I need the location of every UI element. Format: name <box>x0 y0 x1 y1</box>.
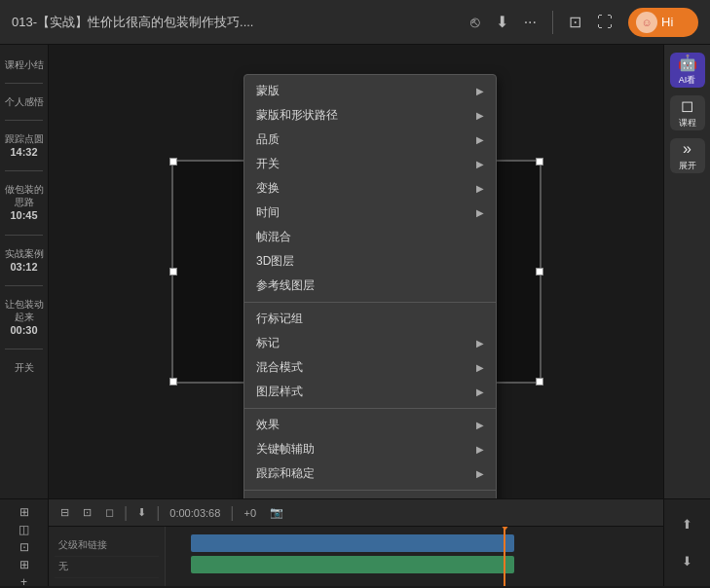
tl-sep3: | <box>230 504 234 522</box>
more-icon[interactable]: ··· <box>524 14 537 31</box>
cm-arrow5: ▶ <box>476 183 484 194</box>
cm-item-ganjianfuzhu[interactable]: 关键帧辅助▶ <box>244 437 496 461</box>
cm-arrow6: ▶ <box>476 207 484 218</box>
cm-item-pinzhi[interactable]: 品质▶ <box>244 128 496 152</box>
cm-label: 蒙版和形状路径 <box>256 107 338 124</box>
cm-label: 行标记组 <box>256 311 303 327</box>
cm-item-hunhemode[interactable]: 混合模式▶ <box>244 355 496 380</box>
tl-playhead[interactable] <box>504 527 505 586</box>
share-icon[interactable]: ⎋ <box>470 14 480 31</box>
tl-track-row: 父级和链接 无 <box>49 527 663 586</box>
tl-label-value: 无 <box>58 560 68 573</box>
cm-item-xiaoying[interactable]: 效果▶ <box>244 413 496 437</box>
user-avatar-btn[interactable]: ☺ Hi <box>628 8 698 37</box>
sidebar-item-shizhan[interactable]: 实战案例 03:12 <box>0 241 48 279</box>
top-bar: 013-【实战】性价比很高的包装制作技巧.... ⎋ ⬇ ··· ⊡ ⛶ ☺ H… <box>0 0 710 45</box>
cm-item-zhenhunhe[interactable]: 帧混合 <box>244 225 496 249</box>
cm-arrow12: ▶ <box>476 468 484 479</box>
tl-timecode[interactable]: 0:00:03:68 <box>166 505 224 521</box>
tl-main: ⊟ ⊡ ◻ | ⬇ | 0:00:03:68 | +0 📷 父级和链接 无 <box>49 499 663 586</box>
sidebar-divider <box>5 83 43 84</box>
tl-icon-3[interactable]: ⊡ <box>19 540 29 554</box>
main-area: 课程小结 个人感悟 跟踪点圆 14:32 做包装的思路 10:45 实战案例 0… <box>0 45 710 498</box>
cm-label: 混合模式 <box>256 359 303 376</box>
cm-label: 标记 <box>256 335 280 351</box>
video-title: 013-【实战】性价比很高的包装制作技巧.... <box>12 14 459 31</box>
cm-item-3d[interactable]: 3D图层 <box>244 249 496 274</box>
cm-section-2: 行标记组 标记▶ 混合模式▶ 图层样式▶ <box>244 303 496 409</box>
handle-mr[interactable] <box>536 268 543 276</box>
course-label: 课程 <box>679 117 696 129</box>
cm-item-hangbiaoji[interactable]: 行标记组 <box>244 307 496 331</box>
tl-left: ⊞ ◫ ⊡ ⊞ + <box>0 499 49 586</box>
audio-clip[interactable] <box>191 556 514 573</box>
cm-item-shijian[interactable]: 时间▶ <box>244 201 496 225</box>
tl-right-btn2[interactable]: ⬇ <box>673 547 702 576</box>
cm-label: 帧混合 <box>256 229 291 245</box>
cm-item-打开[interactable]: 打开▶ <box>244 495 496 498</box>
cm-item-mengbanlujing[interactable]: 蒙版和形状路径▶ <box>244 103 496 128</box>
sidebar-item-rangdong[interactable]: 让包装动起来 00:30 <box>0 292 48 343</box>
tl-btn-zoom[interactable]: +0 <box>240 505 260 521</box>
handle-tl[interactable] <box>169 158 177 165</box>
sidebar-item-baozhuang[interactable]: 做包装的思路 10:45 <box>0 177 48 228</box>
sidebar-label: 实战案例 <box>5 247 44 260</box>
tl-btn-3[interactable]: ◻ <box>101 504 118 521</box>
cm-item-bianhuan[interactable]: 变换▶ <box>244 176 496 201</box>
tl-content <box>166 527 663 586</box>
sidebar-divider4 <box>5 235 43 236</box>
tl-sep2: | <box>156 504 160 522</box>
cm-label: 关键帧辅助 <box>256 441 315 458</box>
tl-btn-2[interactable]: ⊡ <box>79 504 95 521</box>
tl-btn-cam[interactable]: 📷 <box>266 504 287 521</box>
expand-icon: » <box>683 140 691 158</box>
cm-label: 效果 <box>256 417 280 433</box>
expand-label: 展开 <box>679 160 696 172</box>
sidebar-time: 14:32 <box>10 145 37 159</box>
cm-item-genzong[interactable]: 跟踪和稳定▶ <box>244 461 496 486</box>
tl-right-btn1[interactable]: ⬆ <box>673 510 702 539</box>
tl-icon-5[interactable]: + <box>20 575 27 588</box>
tl-btn-expand[interactable]: ⬇ <box>133 504 150 521</box>
sidebar-item-kechengxiaojie[interactable]: 课程小结 <box>0 53 48 77</box>
cm-item-cankao[interactable]: 参考线图层 <box>244 274 496 298</box>
tl-icon-4[interactable]: ⊞ <box>19 558 29 571</box>
expand-btn[interactable]: » 展开 <box>670 138 705 173</box>
cm-item-mengban[interactable]: 蒙版▶ <box>244 79 496 103</box>
cm-arrow4: ▶ <box>476 159 484 169</box>
ai-label: AI看 <box>679 74 696 87</box>
sidebar-divider2 <box>5 120 43 121</box>
handle-ml[interactable] <box>169 268 177 276</box>
handle-bl[interactable] <box>169 378 177 386</box>
cm-item-tuchengyangs[interactable]: 图层样式▶ <box>244 380 496 404</box>
handle-tr[interactable] <box>536 158 543 165</box>
pip-icon[interactable]: ⊡ <box>569 13 581 31</box>
sidebar-label: 个人感悟 <box>5 95 44 108</box>
video-clip[interactable] <box>191 534 514 552</box>
tl-icon-2[interactable]: ◫ <box>19 523 29 536</box>
course-btn[interactable]: ◻ 课程 <box>670 95 705 130</box>
fullscreen-icon[interactable]: ⛶ <box>597 14 613 31</box>
cm-section-4: 打开▶ 摄像机▶ <box>244 491 496 498</box>
handle-br[interactable] <box>536 378 543 386</box>
download-icon[interactable]: ⬇ <box>496 13 508 31</box>
sidebar-time4: 00:30 <box>10 323 37 337</box>
tl-label-row1: 父级和链接 <box>55 535 159 557</box>
top-divider <box>552 11 553 34</box>
sidebar-divider6 <box>5 349 43 349</box>
sidebar-divider3 <box>5 170 43 171</box>
sidebar-label: 让包装动起来 <box>4 298 44 323</box>
cm-label: 参考线图层 <box>256 277 315 294</box>
cm-item-kaiguan[interactable]: 开关▶ <box>244 152 496 176</box>
tl-btn-1[interactable]: ⊟ <box>56 504 73 521</box>
tl-icon-1[interactable]: ⊞ <box>19 505 29 519</box>
ai-btn[interactable]: 🤖 AI看 <box>670 53 705 88</box>
sidebar-label: 跟踪点圆 <box>5 132 44 145</box>
sidebar-item-gerenganwu[interactable]: 个人感悟 <box>0 90 48 114</box>
sidebar-item-gendian[interactable]: 跟踪点圆 14:32 <box>0 127 48 165</box>
sidebar-item-kaiguan[interactable]: 开关 <box>0 355 48 380</box>
top-icons: ⎋ ⬇ ··· ⊡ ⛶ ☺ Hi <box>470 8 698 37</box>
tl-sep: | <box>124 504 128 522</box>
cm-item-biaoji[interactable]: 标记▶ <box>244 331 496 355</box>
cm-section-3: 效果▶ 关键帧辅助▶ 跟踪和稳定▶ <box>244 409 496 491</box>
